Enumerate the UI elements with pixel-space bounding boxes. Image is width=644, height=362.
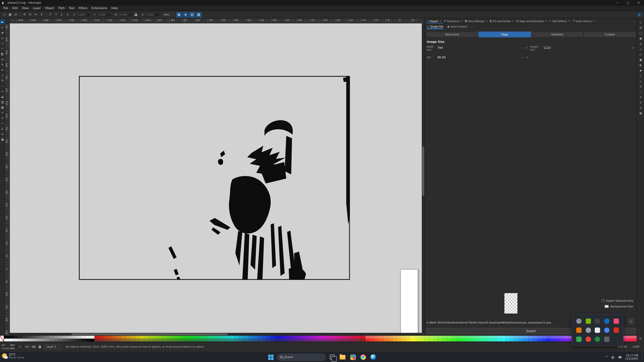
select-all-layers-icon[interactable]: ▣ [8,12,13,17]
palette-swatch[interactable] [356,339,361,341]
palette-swatch[interactable] [492,336,496,339]
palette-swatch[interactable] [262,339,266,341]
palette-swatch[interactable] [13,339,18,341]
palette-swatch[interactable] [140,339,144,341]
palette-swatch[interactable] [352,336,356,339]
palette-swatch[interactable] [208,339,212,341]
palette-swatch[interactable] [533,336,537,339]
palette-swatch[interactable] [564,339,569,341]
palette-swatch[interactable] [189,339,194,341]
palette-swatch[interactable] [76,339,81,341]
palette-swatch[interactable] [632,336,636,339]
palette-swatch[interactable] [311,339,316,341]
palette-swatch[interactable] [58,339,63,341]
pages-tool[interactable]: ▣ [0,137,5,142]
palette-swatch[interactable] [212,336,216,339]
palette-swatch[interactable] [153,336,158,339]
close-tab-icon[interactable]: ✕ [486,20,487,22]
menu-path[interactable]: Path [56,5,67,11]
palette-swatch[interactable] [402,336,406,339]
network-icon[interactable] [610,353,615,361]
snap-bbox-centers-icon[interactable]: ∠ [637,41,644,46]
snap-bbox-midpoints-icon[interactable]: ▣ [637,36,644,41]
close-tab-icon[interactable]: ✕ [545,20,547,22]
snap-options-icon[interactable]: ▦ [637,110,644,116]
palette-swatch[interactable] [537,339,542,341]
palette-swatch[interactable] [108,339,112,341]
palette-swatch[interactable] [216,336,221,339]
palette-swatch[interactable] [429,336,433,339]
palette-swatch[interactable] [415,339,420,341]
close-tab-icon[interactable]: ✕ [512,20,514,22]
close-tab-icon[interactable]: ✕ [568,20,570,22]
palette-swatch[interactable] [158,339,162,341]
tray-app-globe-icon[interactable] [595,336,600,342]
palette-swatch[interactable] [397,339,402,341]
gradient-tool[interactable]: ▨ [0,99,5,105]
menu-text[interactable]: Text [67,5,77,11]
palette-swatch[interactable] [302,336,307,339]
palette-swatch[interactable] [537,336,542,339]
layer-lock-icon[interactable] [38,345,42,349]
tray-app-box-icon[interactable] [604,336,610,342]
palette-swatch[interactable] [4,336,8,339]
drawing-frame[interactable] [79,76,350,280]
ink-figure-drawing[interactable] [79,76,350,280]
palette-swatch[interactable] [338,339,343,341]
palette-swatch[interactable] [280,339,284,341]
tray-app-orange-icon[interactable] [576,327,582,333]
palette-swatch[interactable] [85,339,90,341]
snap-bbox-corners-icon[interactable]: □ [637,30,644,36]
measure-tool[interactable]: ∠ [0,126,5,131]
palette-swatch[interactable] [76,336,81,339]
tray-app-dark-icon[interactable] [595,318,600,324]
dock-tab-path-effects[interactable]: ∿Path Effects✕ [548,18,571,24]
palette-swatch[interactable] [244,339,248,341]
tray-app-gray-icon[interactable] [586,327,591,333]
palette-swatch[interactable] [94,336,99,339]
palette-swatch[interactable] [108,336,112,339]
snap-object-center-icon[interactable]: ◆ [637,68,644,73]
palette-swatch[interactable] [433,339,438,341]
palette-swatch[interactable] [501,336,506,339]
palette-swatch[interactable] [31,336,36,339]
export-selected-only-checkbox[interactable] [602,299,604,302]
snap-page-border-icon[interactable]: ≡ [637,84,644,89]
palette-swatch[interactable] [438,336,442,339]
taskbar-clock[interactable]: 10:17 AM 11/2/2025 [625,354,638,361]
palette-swatch[interactable] [194,339,198,341]
ellipse-tool[interactable]: ○ [0,40,5,46]
menu-layer[interactable]: Layer [31,5,43,11]
palette-swatch[interactable] [94,339,99,341]
minimize-button[interactable]: ─ [612,0,623,6]
palette-swatch[interactable] [478,336,483,339]
palette-swatch[interactable] [226,339,230,341]
units-dropdown[interactable]: mm⌄ [162,12,173,17]
palette-swatch[interactable] [338,336,343,339]
palette-swatch[interactable] [117,339,122,341]
palette-swatch[interactable] [122,339,126,341]
palette-swatch[interactable] [149,339,153,341]
palette-swatch[interactable] [271,336,275,339]
palette-swatch[interactable] [542,339,546,341]
palette-swatch[interactable] [366,336,370,339]
export-filename[interactable]: E:\Work 2025\Video\Animation\A Perfect D… [427,321,551,324]
h-field[interactable]: 0.000 [144,12,160,17]
palette-swatch[interactable] [176,336,180,339]
menu-view[interactable]: View [20,5,31,11]
palette-swatch[interactable] [252,336,257,339]
palette-swatch[interactable] [307,339,311,341]
palette-swatch[interactable] [397,336,402,339]
palette-swatch[interactable] [307,336,311,339]
palette-swatch[interactable] [492,339,496,341]
palette-swatch[interactable] [343,336,348,339]
palette-swatch[interactable] [131,336,135,339]
dock-tab-fill-and-stroke[interactable]: ◧Fill and Stroke✕ [489,18,515,24]
palette-swatch[interactable] [257,336,262,339]
palette-swatch[interactable] [632,339,636,341]
tray-app-magenta-icon[interactable] [614,318,619,324]
palette-swatch[interactable] [415,336,420,339]
palette-swatch[interactable] [171,339,176,341]
eraser-tool[interactable]: ▱ [0,89,5,94]
star-tool[interactable]: ☆ [0,46,5,51]
